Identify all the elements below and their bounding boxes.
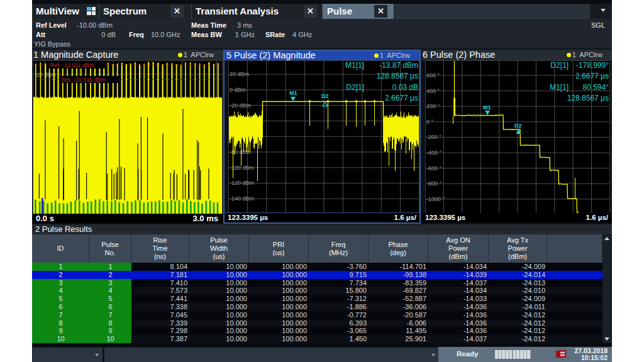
svg-text:-120 dBm: -120 dBm bbox=[230, 180, 254, 186]
svg-text:128.8567 µs: 128.8567 µs bbox=[567, 94, 609, 102]
svg-text:-600 °: -600 ° bbox=[426, 165, 442, 172]
svg-text:Det. -22.511 dBm: Det. -22.511 dBm bbox=[62, 77, 106, 83]
svg-text:0.03 dB: 0.03 dB bbox=[392, 83, 418, 92]
svg-text:-20 dBm: -20 dBm bbox=[230, 102, 251, 109]
svg-text:M1[1]: M1[1] bbox=[550, 83, 569, 92]
svg-text:D2: D2 bbox=[321, 93, 329, 99]
svg-text:2.6677 µs: 2.6677 µs bbox=[385, 94, 418, 102]
svg-text:80.594°: 80.594° bbox=[582, 83, 609, 92]
svg-text:D2[1]: D2[1] bbox=[346, 83, 364, 92]
svg-text:Ref. -12.511 dBm: Ref. -12.511 dBm bbox=[50, 62, 94, 69]
svg-text:0 dBm: 0 dBm bbox=[230, 87, 246, 93]
svg-text:400 °: 400 ° bbox=[426, 88, 440, 94]
svg-text:200 °: 200 ° bbox=[426, 103, 440, 109]
svg-text:M1[1]: M1[1] bbox=[345, 61, 364, 70]
svg-text:D2: D2 bbox=[514, 123, 522, 129]
svg-text:-800 °: -800 ° bbox=[426, 180, 442, 187]
svg-text:-13.87 dBm: -13.87 dBm bbox=[379, 61, 418, 70]
svg-text:-200 °: -200 ° bbox=[426, 134, 442, 140]
svg-text:-400 °: -400 ° bbox=[426, 150, 442, 156]
svg-text:M1: M1 bbox=[289, 90, 297, 96]
svg-text:600 °: 600 ° bbox=[426, 72, 440, 79]
svg-text:128.8567 µs: 128.8567 µs bbox=[377, 72, 418, 80]
svg-text:0 °: 0 ° bbox=[426, 119, 434, 125]
svg-text:-1000 °: -1000 ° bbox=[426, 196, 445, 202]
svg-text:2.6677 µs: 2.6677 µs bbox=[575, 72, 609, 80]
svg-text:M1: M1 bbox=[483, 104, 491, 111]
svg-text:-140 dBm: -140 dBm bbox=[230, 195, 254, 202]
svg-text:D2[1]: D2[1] bbox=[550, 61, 569, 70]
svg-text:-178.999°: -178.999° bbox=[576, 61, 609, 70]
svg-text:20 dBm: 20 dBm bbox=[230, 71, 249, 77]
